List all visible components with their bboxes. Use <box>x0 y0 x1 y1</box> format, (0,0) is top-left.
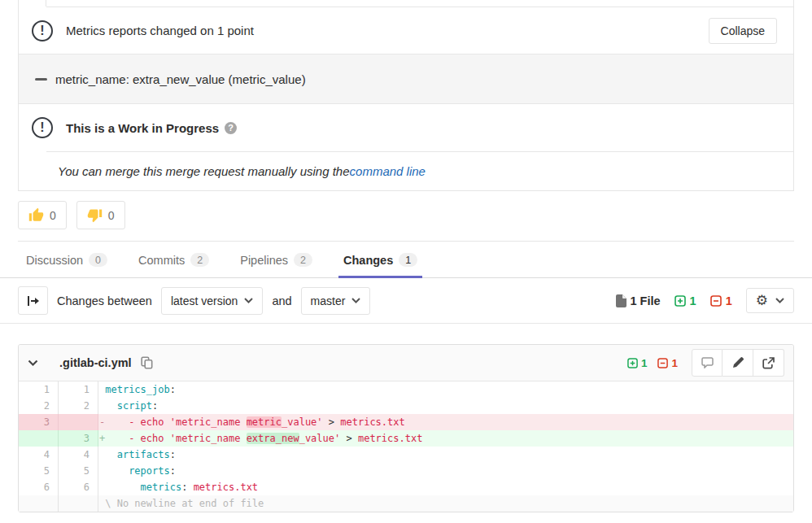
thumbs-up-button[interactable]: 0 <box>18 201 67 229</box>
version-to-dropdown[interactable]: master <box>301 287 371 315</box>
diff-line-content: script: <box>98 398 793 414</box>
tab-count-badge: 2 <box>294 253 312 267</box>
thumbs-down-button[interactable]: 0 <box>76 201 125 229</box>
bar-arrow-right-icon <box>27 295 40 307</box>
mr-widget: ! Metrics reports changed on 1 point Col… <box>18 0 794 191</box>
file-deletions-count: 1 <box>671 357 678 369</box>
view-file-button[interactable] <box>753 349 784 377</box>
mr-tabs-nav: Discussion 0 Commits 2 Pipelines 2 Chang… <box>0 242 812 278</box>
version-to-value: master <box>311 294 346 307</box>
wip-row: ! This is a Work in Progress ? <box>19 104 793 151</box>
collapse-button[interactable]: Collapse <box>709 18 777 44</box>
metrics-report-row: ! Metrics reports changed on 1 point Col… <box>19 7 793 54</box>
command-line-link[interactable]: command line <box>350 164 426 178</box>
and-label: and <box>272 294 291 307</box>
copy-icon[interactable] <box>141 356 153 369</box>
diff-line-content: \ No newline at end of file <box>98 495 793 512</box>
pencil-icon <box>732 357 744 368</box>
diff-file-name[interactable]: .gitlab-ci.yml <box>59 356 132 369</box>
tab-label: Changes <box>343 254 393 267</box>
old-line-number[interactable]: 2 <box>19 398 59 414</box>
status-exclamation-icon: ! <box>32 117 53 138</box>
toggle-comments-button[interactable] <box>692 349 723 377</box>
metric-detail-text: metric_name: extra_new_value (metric_val… <box>55 72 306 86</box>
diff-row: 66 metrics: metrics.txt <box>19 479 793 495</box>
old-line-number[interactable]: 3 <box>19 414 59 430</box>
chevron-down-icon <box>244 298 253 303</box>
tab-count-badge: 1 <box>399 253 417 267</box>
old-line-number[interactable]: 1 <box>19 381 59 398</box>
thumbs-down-count: 0 <box>108 209 115 222</box>
diff-row: 44 artifacts: <box>19 447 793 463</box>
additions-count: 1 <box>690 294 696 307</box>
file-deletions-stat: 1 <box>657 357 678 369</box>
help-question-icon[interactable]: ? <box>225 122 237 134</box>
changes-between-label: Changes between <box>57 294 152 307</box>
tab-commits[interactable]: Commits 2 <box>137 242 211 277</box>
metric-changed-dash-icon <box>35 78 47 81</box>
diff-file-header: .gitlab-ci.yml 1 1 <box>19 345 793 381</box>
chevron-down-icon[interactable] <box>28 360 38 367</box>
tab-count-badge: 2 <box>190 253 209 267</box>
new-line-number[interactable]: 3 <box>59 430 98 447</box>
tab-discussion[interactable]: Discussion 0 <box>24 242 109 277</box>
file-icon <box>616 294 626 307</box>
chevron-down-icon <box>775 298 784 303</box>
new-line-number[interactable]: 5 <box>59 463 98 479</box>
plus-square-icon <box>627 358 638 368</box>
minus-square-icon <box>657 358 668 368</box>
tab-changes[interactable]: Changes 1 <box>342 242 419 277</box>
diff-row: 3+ - echo 'metric_name extra_new_value' … <box>19 430 793 447</box>
tab-pipelines[interactable]: Pipelines 2 <box>238 242 314 277</box>
new-line-number[interactable]: 4 <box>59 447 98 463</box>
version-from-dropdown[interactable]: latest version <box>161 287 263 315</box>
diff-settings-dropdown[interactable]: ⚙ <box>746 288 794 313</box>
diff-row: 22 script: <box>19 398 793 414</box>
old-line-number[interactable]: 4 <box>19 447 59 463</box>
chevron-down-icon <box>351 298 360 303</box>
new-line-number[interactable]: 1 <box>59 381 98 398</box>
file-additions-count: 1 <box>641 357 648 369</box>
diff-file-box: .gitlab-ci.yml 1 1 <box>18 344 794 512</box>
diff-row: \ No newline at end of file <box>19 495 793 512</box>
tab-label: Pipelines <box>240 254 288 267</box>
old-line-number[interactable] <box>19 430 59 447</box>
files-count-text: 1 File <box>631 294 661 307</box>
metrics-report-heading: Metrics reports changed on 1 point <box>66 24 254 37</box>
comment-icon <box>701 357 714 368</box>
diff-line-content: metrics_job: <box>98 381 793 398</box>
plus-square-icon <box>674 295 686 307</box>
merge-manually-text: You can merge this merge request manuall… <box>58 164 350 178</box>
deletions-stat: 1 <box>710 294 732 307</box>
diff-line-content: artifacts: <box>98 447 793 463</box>
old-line-number[interactable] <box>19 495 59 512</box>
old-line-number[interactable]: 5 <box>19 463 59 479</box>
tab-count-badge: 0 <box>89 253 107 267</box>
tab-label: Commits <box>138 254 185 267</box>
deletions-count: 1 <box>726 294 732 307</box>
tab-label: Discussion <box>26 254 83 267</box>
file-actions-group <box>692 349 784 377</box>
toggle-file-browser-button[interactable] <box>18 286 48 315</box>
thumbs-up-count: 0 <box>50 209 56 222</box>
new-line-number[interactable]: 2 <box>59 398 98 414</box>
new-line-number[interactable] <box>59 495 98 512</box>
external-link-icon <box>762 357 775 369</box>
thumbs-up-icon <box>28 207 44 223</box>
additions-stat: 1 <box>674 294 696 307</box>
thumbs-down-icon <box>87 207 103 223</box>
diff-line-content: + - echo 'metric_name extra_new_value' >… <box>98 430 793 447</box>
diff-line-content: reports: <box>98 463 793 479</box>
diff-row: 11 metrics_job: <box>19 381 793 398</box>
diff-line-content: metrics: metrics.txt <box>98 479 793 495</box>
new-line-number[interactable]: 6 <box>59 479 98 495</box>
mr-widget-area: ! Metrics reports changed on 1 point Col… <box>18 0 794 242</box>
files-count-stat: 1 File <box>616 294 661 307</box>
award-emoji-bar: 0 0 <box>18 201 794 229</box>
widget-top-fragment <box>19 0 793 7</box>
edit-file-button[interactable] <box>723 349 753 377</box>
diff-row: 3- - echo 'metric_name metric_value' > m… <box>19 414 793 430</box>
wip-heading: This is a Work in Progress <box>66 121 219 135</box>
old-line-number[interactable]: 6 <box>19 479 59 495</box>
new-line-number[interactable] <box>59 414 98 430</box>
